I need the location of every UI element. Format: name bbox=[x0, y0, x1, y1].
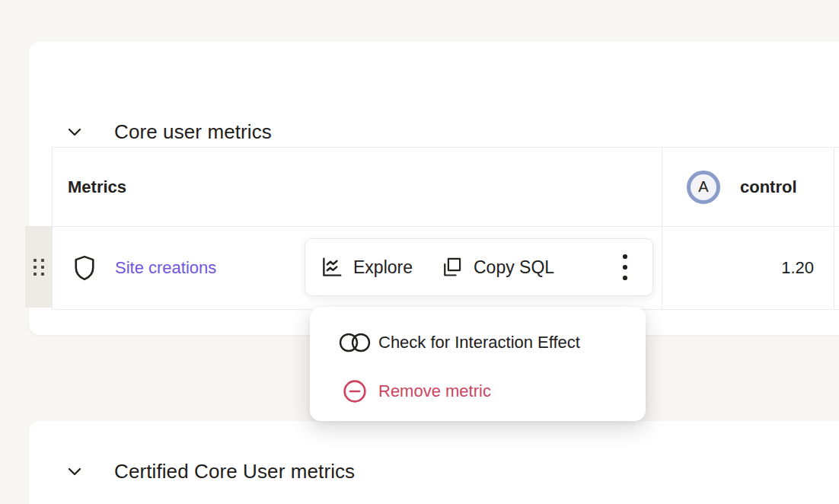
row-hover-toolbar: Explore Copy SQL bbox=[305, 238, 653, 296]
interaction-circles-icon bbox=[337, 332, 372, 353]
copy-sql-button[interactable]: Copy SQL bbox=[441, 256, 554, 279]
metrics-column-header: Metrics bbox=[53, 148, 662, 226]
clipped-value-cell bbox=[834, 227, 839, 309]
shield-icon bbox=[73, 254, 96, 282]
table-header-row: Metrics A control bbox=[53, 148, 839, 227]
metric-name-link[interactable]: Site creations bbox=[115, 258, 216, 278]
copy-sql-label: Copy SQL bbox=[474, 257, 554, 278]
row-actions-dropdown: Check for Interaction Effect Remove metr… bbox=[310, 307, 646, 421]
chevron-down-icon[interactable] bbox=[65, 122, 85, 142]
row-drag-gutter[interactable] bbox=[25, 226, 52, 308]
control-header-label: control bbox=[740, 177, 797, 197]
explore-chart-icon bbox=[321, 256, 343, 279]
menu-item-label: Check for Interaction Effect bbox=[378, 333, 580, 352]
section-title-certified: Certified Core User metrics bbox=[114, 460, 355, 483]
metrics-header-label: Metrics bbox=[68, 177, 126, 197]
explore-label: Explore bbox=[353, 257, 413, 278]
page: Core user metrics Metrics A control Site… bbox=[0, 0, 839, 504]
drag-handle-icon[interactable] bbox=[33, 259, 44, 276]
menu-item-check-interaction[interactable]: Check for Interaction Effect bbox=[310, 318, 646, 367]
section-title-core: Core user metrics bbox=[114, 120, 272, 144]
variant-a-badge: A bbox=[687, 171, 720, 204]
chevron-down-icon[interactable] bbox=[65, 461, 85, 481]
menu-item-remove-metric[interactable]: Remove metric bbox=[310, 367, 646, 416]
certified-metrics-card: Certified Core User metrics bbox=[29, 421, 839, 504]
clipped-column-header bbox=[834, 148, 839, 226]
control-value: 1.20 bbox=[781, 258, 814, 278]
control-column-header: A control bbox=[662, 148, 834, 226]
control-value-cell: 1.20 bbox=[662, 227, 834, 309]
menu-item-label: Remove metric bbox=[378, 381, 491, 401]
copy-icon bbox=[441, 256, 464, 279]
kebab-menu-icon[interactable] bbox=[616, 252, 634, 282]
explore-button[interactable]: Explore bbox=[321, 256, 413, 279]
remove-circle-icon bbox=[337, 379, 372, 404]
